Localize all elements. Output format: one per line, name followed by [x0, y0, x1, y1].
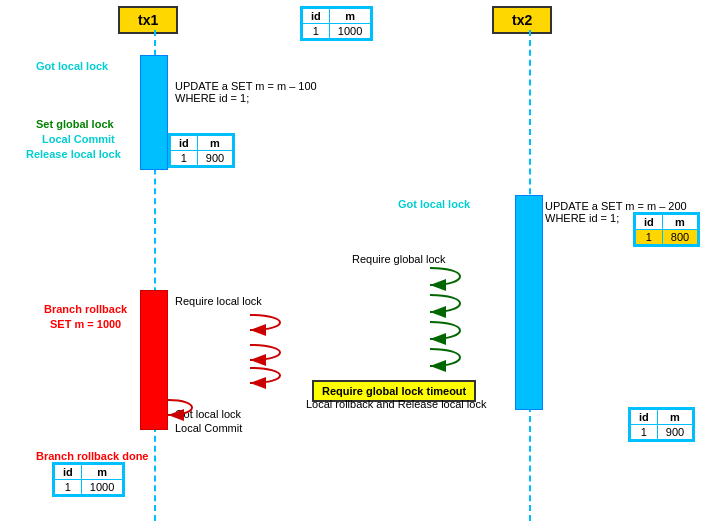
release-local-lock-label: Release local lock [26, 148, 121, 160]
val-id: 1 [303, 24, 330, 39]
require-global-lock-label: Require global lock [352, 253, 446, 265]
tx2-cyan-bar [515, 195, 543, 410]
table-after-tx1: idm 1900 [168, 133, 235, 168]
require-local-lock-label: Require local lock [175, 295, 262, 307]
local-commit-tx1-label: Local Commit [42, 133, 115, 145]
rollback-table: idm 11000 [52, 462, 125, 497]
table-final-tx2: idm 1900 [628, 407, 695, 442]
tx2-label: tx2 [512, 12, 532, 28]
tx1-label: tx1 [138, 12, 158, 28]
update-tx1-label: UPDATE a SET m = m – 100 WHERE id = 1; [175, 80, 317, 104]
set-m-label: SET m = 1000 [50, 318, 121, 330]
col-m: m [329, 9, 370, 24]
tx2-header: tx2 [492, 6, 552, 34]
branch-rollback-done-label: Branch rollback done [36, 450, 148, 462]
branch-rollback-label: Branch rollback [44, 303, 127, 315]
got-local-lock-tx1b-label: Got local lock [175, 408, 241, 420]
table-tx2-800: idm 1800 [633, 212, 700, 247]
got-local-lock-tx1-label: Got local lock [36, 60, 108, 72]
local-rollback-release-label: Local rollback and Release local lock [306, 398, 486, 410]
diagram: tx1 tx2 idm 11000 Got local lock UPDATE … [0, 0, 718, 521]
tx1-cyan-bar [140, 55, 168, 170]
local-commit-tx1b-label: Local Commit [175, 422, 242, 434]
col-id: id [303, 9, 330, 24]
got-local-lock-tx2-label: Got local lock [398, 198, 470, 210]
set-global-lock-label: Set global lock [36, 118, 114, 130]
val-m: 1000 [329, 24, 370, 39]
initial-table: idm 11000 [300, 6, 373, 41]
tx1-header: tx1 [118, 6, 178, 34]
tx1-red-bar [140, 290, 168, 430]
